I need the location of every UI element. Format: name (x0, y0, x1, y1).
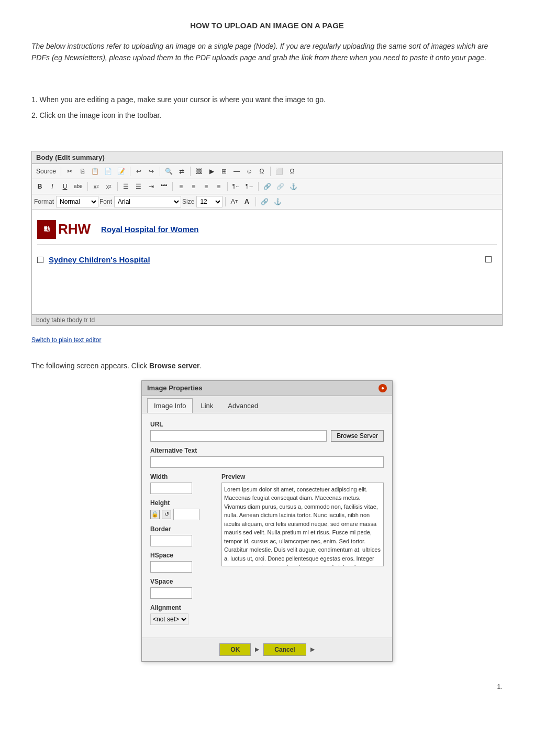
hr-icon[interactable]: — (231, 166, 242, 177)
maximize-icon[interactable]: ⬜ (273, 166, 285, 177)
vspace-label: VSpace (150, 578, 213, 585)
justify-right-button[interactable]: ≡ (201, 181, 212, 192)
sch-hospital-link[interactable]: Sydney Children's Hospital (49, 255, 497, 264)
url-input-row: Browse Server (150, 430, 384, 442)
separator-12 (255, 197, 256, 206)
italic-button[interactable]: I (47, 181, 58, 192)
alignment-select[interactable]: <not set> Left Right Top Bottom (150, 613, 188, 625)
toolbar-row-2: B I U abe x2 x2 ☰ ☰ ⇥ ❝❝ ≡ ≡ ≡ ≡ ¶← ¶→ 🔗… (32, 179, 502, 194)
unlink-button[interactable]: 🔗 (274, 181, 286, 192)
list-ul-button[interactable]: ☰ (120, 181, 132, 192)
refresh-icon[interactable]: ↺ (162, 510, 171, 519)
image-icon[interactable]: 🖼 (193, 166, 205, 177)
superscript-button[interactable]: x2 (103, 181, 115, 192)
separator-1 (61, 167, 61, 176)
about-icon[interactable]: Ω (286, 166, 298, 177)
cut-icon[interactable]: ✂ (64, 166, 75, 177)
special-char-icon[interactable]: Ω (256, 166, 268, 177)
alignment-label: Alignment (150, 604, 213, 611)
alt-text-label: Alternative Text (150, 447, 384, 454)
tab-image-info[interactable]: Image Info (147, 398, 193, 413)
tab-link[interactable]: Link (194, 398, 220, 413)
flash-icon[interactable]: ▶ (206, 166, 217, 177)
copy-icon[interactable]: ⎘ (76, 166, 88, 177)
dialog-close-button[interactable]: ● (379, 384, 387, 392)
sch-checkbox-right[interactable] (485, 256, 492, 262)
rhw-text: RHW (58, 221, 91, 237)
preview-box: Lorem ipsum dolor sit amet, consectetuer… (221, 483, 384, 566)
format-select[interactable]: Normal Heading 1 Heading 2 (56, 196, 98, 207)
font-a-button[interactable]: A (241, 196, 253, 207)
rhw-hospital-link[interactable]: Royal Hospital for Women (101, 225, 198, 234)
image-properties-dialog: Image Properties ● Image Info Link Advan… (141, 380, 393, 662)
separator-3 (160, 167, 160, 176)
border-input[interactable] (150, 535, 192, 546)
dir-rtl-button[interactable]: ¶→ (243, 181, 255, 192)
table-icon[interactable]: ⊞ (218, 166, 230, 177)
vspace-field-group: VSpace (150, 578, 213, 599)
width-label: Width (150, 473, 213, 480)
indent-button[interactable]: ⇥ (146, 181, 157, 192)
step-1: 1. When you are editing a page, make sur… (31, 95, 503, 104)
paste-word-icon[interactable]: 📝 (115, 166, 127, 177)
vspace-input[interactable] (150, 587, 192, 599)
alt-text-input[interactable] (150, 456, 384, 468)
underline-button[interactable]: U (59, 181, 71, 192)
subscript-button[interactable]: x2 (91, 181, 102, 192)
url-label: URL (150, 421, 384, 428)
browse-server-button[interactable]: Browse Server (331, 430, 384, 442)
separator-5 (270, 167, 271, 176)
url-input[interactable] (150, 430, 327, 442)
replace-icon[interactable]: ⇄ (176, 166, 187, 177)
separator-6 (87, 182, 88, 191)
format-label: Format (34, 198, 54, 205)
smiley-icon[interactable]: ☺ (243, 166, 255, 177)
justify-left-button[interactable]: ≡ (175, 181, 187, 192)
dialog-title: Image Properties (147, 384, 203, 392)
paste-icon[interactable]: 📋 (89, 166, 101, 177)
size-select[interactable]: 12 14 16 (196, 196, 222, 207)
list-ol-button[interactable]: ☰ (133, 181, 144, 192)
editor-body[interactable]: 勳 RHW Royal Hospital for Women Sydney Ch… (32, 210, 502, 314)
switch-editor-link[interactable]: Switch to plain text editor (31, 336, 503, 344)
anchor-button[interactable]: ⚓ (287, 181, 299, 192)
separator-9 (227, 182, 228, 191)
abbr-button[interactable]: abe (72, 181, 85, 192)
size-label: Size (182, 198, 194, 205)
dialog-wrapper: Image Properties ● Image Info Link Advan… (31, 380, 503, 662)
border-field-group: Border (150, 525, 213, 546)
dialog-titlebar: Image Properties ● (142, 381, 392, 396)
cancel-button[interactable]: Cancel (263, 643, 306, 656)
redo-icon[interactable]: ↪ (146, 166, 157, 177)
alt-text-field-group: Alternative Text (150, 447, 384, 468)
anchor-button-2[interactable]: ⚓ (272, 196, 284, 207)
sch-checkbox-left[interactable] (37, 257, 43, 263)
width-field-group: Width (150, 473, 213, 494)
font-at-button[interactable]: AT (228, 196, 240, 207)
dir-ltr-button[interactable]: ¶← (230, 181, 242, 192)
source-button[interactable]: Source (34, 166, 58, 177)
justify-center-button[interactable]: ≡ (188, 181, 199, 192)
blockquote-button[interactable]: ❝❝ (158, 181, 170, 192)
rhw-logo: 勳 RHW (37, 220, 91, 239)
font-select[interactable]: Arial Times New Roman (114, 196, 181, 207)
separator-10 (258, 182, 259, 191)
ok-button[interactable]: OK (219, 643, 251, 656)
width-input[interactable] (150, 483, 192, 494)
undo-icon[interactable]: ↩ (133, 166, 144, 177)
page-number: 1. (31, 683, 503, 691)
height-input[interactable] (173, 509, 199, 520)
lock-icon[interactable]: 🔒 (150, 510, 160, 519)
hspace-input[interactable] (150, 561, 192, 573)
separator-2 (130, 167, 130, 176)
bold-button[interactable]: B (34, 181, 46, 192)
justify-full-button[interactable]: ≡ (213, 181, 225, 192)
link-button-2[interactable]: 🔗 (259, 196, 271, 207)
instruction-text: The following screen appears. Click Brow… (31, 361, 503, 370)
link-button[interactable]: 🔗 (261, 181, 273, 192)
hspace-field-group: HSpace (150, 552, 213, 573)
find-icon[interactable]: 🔍 (163, 166, 175, 177)
tab-advanced[interactable]: Advanced (221, 398, 265, 413)
paste-text-icon[interactable]: 📄 (102, 166, 114, 177)
editor-footer: body table tbody tr td (32, 314, 502, 325)
